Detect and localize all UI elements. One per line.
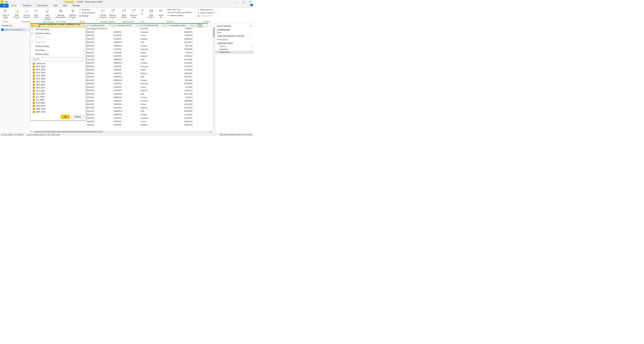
clear-filter-item[interactable]: ▽Clear Filter <box>30 40 86 44</box>
column-filter-dropdown[interactable]: ▾ <box>190 24 193 27</box>
sort-descending-item[interactable]: Z↓Sort Descending <box>30 31 86 36</box>
member-filters-item[interactable]: Member Filters▸ <box>30 52 86 56</box>
query-item[interactable]: Sales and Distribution: O... <box>0 28 30 32</box>
sort-asc-button[interactable]: A↓ <box>140 9 144 12</box>
remove-empty-item[interactable]: Remove Empty <box>30 44 86 48</box>
applied-step[interactable]: Source⚙ <box>215 45 254 48</box>
tab-add-column[interactable]: Add Column <box>34 4 51 8</box>
step-settings-icon[interactable]: ⚙ <box>251 45 252 47</box>
tab-view[interactable]: View <box>51 4 60 8</box>
filter-checkbox[interactable] <box>33 72 35 74</box>
table-row[interactable]: REGIONEUROPEFrance25962516 <box>30 120 213 124</box>
tab-manage[interactable]: Manage <box>70 4 82 8</box>
combine-files-button[interactable]: ▦Combine Files <box>197 15 216 17</box>
collapse-queries-icon[interactable]: ‹ <box>28 24 29 27</box>
filter-checkbox[interactable] <box>33 66 35 68</box>
tab-home[interactable]: Home <box>8 4 20 8</box>
filter-checkbox[interactable] <box>33 108 35 110</box>
filter-ok-button[interactable]: OK <box>61 115 70 119</box>
enter-data-button[interactable]: Enter Data <box>32 8 41 19</box>
tab-help[interactable]: Help <box>60 4 70 8</box>
split-column-button[interactable]: Split Column <box>147 8 156 20</box>
filter-checkbox[interactable] <box>33 99 35 101</box>
filter-value-item[interactable]: JUL 2004 <box>32 98 84 101</box>
applied-step[interactable]: ✕Added Items⚙ <box>215 51 254 54</box>
filter-search-input[interactable] <box>32 57 84 61</box>
filter-checkbox[interactable] <box>33 111 35 113</box>
remove-rows-button[interactable]: Remove Rows <box>129 8 138 20</box>
filter-value-item[interactable]: JAN 2004 <box>32 92 84 95</box>
collapse-ribbon-button[interactable]: ⌃ <box>246 4 250 8</box>
filter-checkbox[interactable] <box>33 78 35 80</box>
filter-value-item[interactable]: JUN 2003 <box>32 101 84 104</box>
close-settings-icon[interactable]: ✕ <box>250 25 252 27</box>
filter-checkbox[interactable] <box>33 81 35 83</box>
choose-columns-button[interactable]: Choose Columns <box>98 8 108 20</box>
filter-checkbox[interactable] <box>33 105 35 107</box>
replace-values-button[interactable]: ➥Replace Values <box>166 14 194 17</box>
filter-checkbox[interactable] <box>33 84 35 86</box>
filter-value-item[interactable]: DEC 2004 <box>32 80 84 83</box>
filter-cancel-button[interactable]: Cancel <box>72 115 84 119</box>
filter-value-item[interactable]: APR 2003 <box>32 65 84 68</box>
manage-query-button[interactable]: ▦Manage <box>78 15 96 17</box>
horizontal-scrollbar[interactable]: ◀▶ <box>34 131 213 133</box>
data-source-settings-button[interactable]: Data source settings <box>43 8 52 21</box>
column-filter-dropdown[interactable]: ▾ <box>136 24 139 27</box>
filter-value-item[interactable]: MAR 2003 <box>32 110 84 113</box>
query-name-input[interactable] <box>217 34 252 38</box>
data-type-button[interactable]: Data Type: Text <box>166 9 194 11</box>
column-filter-dropdown[interactable]: ▾ <box>110 24 112 27</box>
filter-value-item[interactable]: AUG 2003 <box>32 71 84 74</box>
append-queries-button[interactable]: ⊕Append Queries <box>197 12 216 14</box>
applied-step[interactable]: Navigation <box>215 48 254 51</box>
merge-queries-button[interactable]: ⫘Merge Queries <box>197 9 216 11</box>
clear-sort-item[interactable]: Clear Sort <box>30 36 86 40</box>
table-row[interactable]: REGIONEUROPEEngland19604233 <box>30 124 213 127</box>
step-settings-icon[interactable]: ⚙ <box>251 51 252 53</box>
column-header[interactable]: ABCCountry.Level 02▾ <box>113 23 140 27</box>
filter-checkbox[interactable] <box>33 75 35 77</box>
manage-parameters-button[interactable]: Manage Parameters <box>56 8 66 20</box>
filter-value-item[interactable]: JUN 2004 <box>32 104 84 107</box>
delete-step-icon[interactable]: ✕ <box>217 51 218 53</box>
new-source-button[interactable]: ★New Source <box>12 8 21 20</box>
filter-value-item[interactable]: AUG 2004 <box>32 74 84 77</box>
all-properties-link[interactable]: All Properties <box>215 38 254 41</box>
qat-dropdown-icon[interactable]: ▾ <box>8 1 11 3</box>
filter-value-item[interactable]: FEB 2004 <box>32 86 84 89</box>
column-header[interactable]: ABCCountry.Level 01▾ <box>86 23 113 27</box>
first-row-headers-button[interactable]: ▦Use First Row as Headers <box>166 11 194 14</box>
filter-value-item[interactable]: JUL 2003 <box>32 95 84 98</box>
filter-checkbox[interactable] <box>33 63 35 65</box>
filter-value-item[interactable]: MAR 1030 <box>32 107 84 110</box>
filter-checkbox[interactable] <box>33 87 35 89</box>
recent-sources-button[interactable]: Recent Sources <box>22 8 31 20</box>
save-icon[interactable] <box>5 1 8 3</box>
column-header[interactable]: ABCCountry.Level 03▾ <box>140 23 166 27</box>
filter-value-item[interactable]: (Select All) <box>32 62 84 65</box>
filter-checkbox[interactable] <box>33 93 35 95</box>
minimize-button[interactable]: — <box>234 0 240 4</box>
column-header[interactable]: ABCCalendar Year/Month.Calendar Year/Mon… <box>30 23 86 27</box>
group-by-button[interactable]: Group By <box>156 8 166 19</box>
keep-rows-button[interactable]: Keep Rows <box>120 8 128 20</box>
filter-value-item[interactable]: FEB 2003 <box>32 83 84 86</box>
text-filters-item[interactable]: Text Filters▸ <box>30 48 86 52</box>
sort-desc-button[interactable]: Z↓ <box>140 12 144 15</box>
column-header[interactable]: 1.2Cost stats currency▾ <box>166 23 194 27</box>
close-apply-button[interactable]: Close & Apply <box>1 8 10 20</box>
tab-file[interactable]: File <box>0 4 8 8</box>
maximize-button[interactable]: ☐ <box>240 0 247 4</box>
filter-value-item[interactable]: DEC 2003 <box>32 77 84 80</box>
vertical-scrollbar[interactable] <box>213 27 215 131</box>
sort-ascending-item[interactable]: A↓Sort Ascending <box>30 27 86 31</box>
refresh-preview-button[interactable]: Refresh Preview <box>68 8 77 20</box>
column-filter-dropdown[interactable]: ▾ <box>83 24 85 27</box>
filter-checkbox[interactable] <box>33 102 35 104</box>
filter-value-item[interactable]: JAN 2003 <box>32 89 84 92</box>
help-icon[interactable]: ? <box>250 4 253 6</box>
filter-checkbox[interactable] <box>33 90 35 92</box>
properties-button[interactable]: ☰Properties <box>78 9 96 11</box>
filter-checkbox[interactable] <box>33 69 35 71</box>
